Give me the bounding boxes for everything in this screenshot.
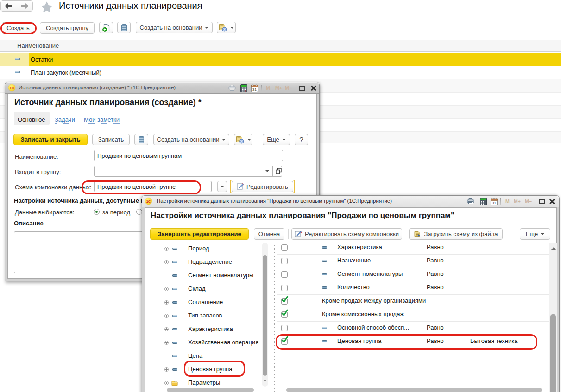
- svg-text:31: 31: [252, 87, 257, 92]
- svg-text:31: 31: [492, 201, 496, 205]
